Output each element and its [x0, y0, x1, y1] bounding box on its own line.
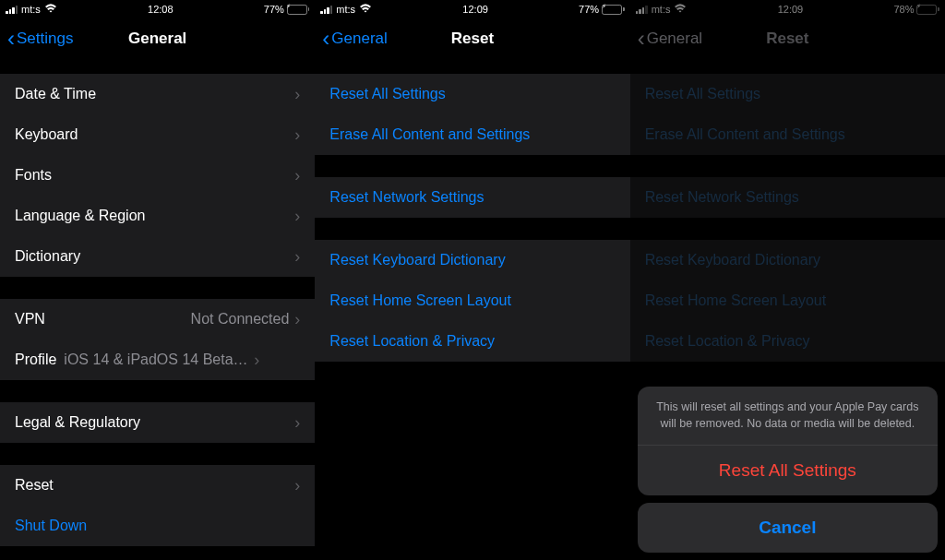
carrier-label: mt:s — [336, 4, 355, 15]
row-erase-all-content[interactable]: Erase All Content and Settings — [315, 114, 629, 155]
wifi-icon — [44, 4, 57, 15]
status-bar: mt:s 12:08 77% ⚡︎ — [0, 0, 315, 18]
row-reset-location-privacy[interactable]: Reset Location & Privacy — [315, 321, 629, 362]
carrier-label: mt:s — [21, 4, 41, 15]
status-bar: mt:s 12:09 77% ⚡︎ — [315, 0, 629, 18]
chevron-right-icon: › — [294, 414, 300, 431]
settings-group-general: Date & Time› Keyboard› Fonts› Language &… — [0, 74, 315, 277]
nav-back-label: General — [331, 30, 387, 48]
time-label: 12:09 — [462, 4, 488, 15]
row-date-time[interactable]: Date & Time› — [0, 74, 315, 114]
nav-back-button[interactable]: ‹ General — [322, 28, 387, 50]
settings-group-network: VPNNot Connected› ProfileiOS 14 & iPadOS… — [0, 299, 315, 380]
row-keyboard[interactable]: Keyboard› — [0, 114, 315, 155]
row-reset-home-screen-layout[interactable]: Reset Home Screen Layout — [315, 280, 629, 321]
action-sheet-main: This will reset all settings and your Ap… — [638, 387, 938, 495]
action-sheet: This will reset all settings and your Ap… — [638, 387, 938, 553]
nav-back-label: Settings — [17, 30, 73, 48]
screen-reset: mt:s 12:09 77% ⚡︎ ‹ General Reset Reset … — [315, 0, 629, 560]
chevron-right-icon: › — [294, 126, 300, 143]
cancel-button[interactable]: Cancel — [638, 503, 938, 553]
action-sheet-message: This will reset all settings and your Ap… — [638, 387, 938, 446]
row-vpn[interactable]: VPNNot Connected› — [0, 299, 315, 340]
battery-percent-label: 77% — [579, 4, 599, 15]
row-reset-all-settings[interactable]: Reset All Settings — [315, 74, 629, 114]
battery-percent-label: 77% — [264, 4, 284, 15]
nav-bar: ‹ General Reset — [315, 18, 629, 59]
row-shut-down[interactable]: Shut Down — [0, 506, 315, 546]
row-reset-keyboard-dictionary[interactable]: Reset Keyboard Dictionary — [315, 240, 629, 280]
reset-group-1: Reset All Settings Erase All Content and… — [315, 74, 629, 155]
chevron-right-icon: › — [294, 477, 300, 494]
action-sheet-cancel-block: Cancel — [638, 503, 938, 553]
row-profile[interactable]: ProfileiOS 14 & iPadOS 14 Beta Softwar..… — [0, 340, 315, 380]
nav-back-label: General — [647, 30, 702, 48]
cellular-signal-icon — [320, 6, 332, 14]
row-legal-regulatory[interactable]: Legal & Regulatory› — [0, 402, 315, 443]
reset-group-2: Reset Network Settings — [315, 177, 629, 218]
nav-bar: ‹ Settings General — [0, 18, 315, 59]
wifi-icon — [359, 4, 372, 15]
chevron-right-icon: › — [294, 167, 300, 184]
row-language-region[interactable]: Language & Region› — [0, 196, 315, 236]
chevron-right-icon: › — [294, 86, 300, 102]
row-fonts[interactable]: Fonts› — [0, 155, 315, 196]
reset-content: Reset All Settings Erase All Content and… — [315, 59, 629, 560]
nav-back-button[interactable]: ‹ Settings — [7, 28, 73, 50]
chevron-right-icon: › — [294, 208, 300, 224]
time-label: 12:08 — [148, 4, 173, 15]
reset-group-3: Reset Keyboard Dictionary Reset Home Scr… — [315, 240, 629, 362]
cellular-signal-icon — [6, 6, 18, 14]
battery-icon: ⚡︎ — [602, 5, 625, 15]
chevron-left-icon: ‹ — [322, 28, 329, 50]
row-dictionary[interactable]: Dictionary› — [0, 236, 315, 277]
confirm-reset-button[interactable]: Reset All Settings — [638, 446, 938, 495]
chevron-right-icon: › — [294, 248, 300, 265]
nav-back-button: ‹ General — [638, 28, 702, 50]
settings-group-legal: Legal & Regulatory› — [0, 402, 315, 443]
screen-general-settings: mt:s 12:08 77% ⚡︎ ‹ Settings General Dat… — [0, 0, 315, 560]
settings-group-reset: Reset› Shut Down — [0, 465, 315, 546]
screen-reset-confirm: mt:s 12:09 78% ⚡︎ ‹ General Reset Reset … — [630, 0, 945, 560]
settings-content: Date & Time› Keyboard› Fonts› Language &… — [0, 59, 315, 560]
chevron-left-icon: ‹ — [7, 28, 15, 50]
chevron-right-icon: › — [294, 311, 300, 328]
battery-icon: ⚡︎ — [287, 5, 310, 15]
row-reset-network-settings[interactable]: Reset Network Settings — [315, 177, 629, 218]
row-reset[interactable]: Reset› — [0, 465, 315, 506]
chevron-left-icon: ‹ — [638, 28, 645, 50]
chevron-right-icon: › — [254, 351, 259, 368]
